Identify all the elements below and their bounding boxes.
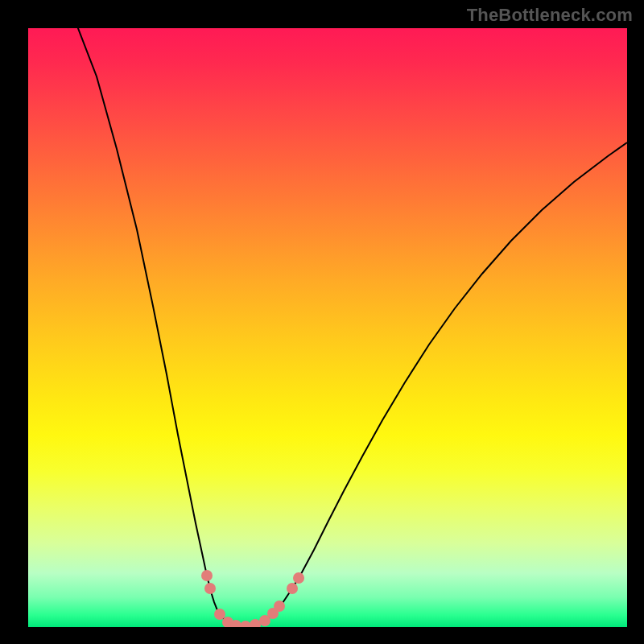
curve-marker <box>204 583 216 594</box>
chart-frame: TheBottleneck.com <box>0 0 644 644</box>
watermark-text: TheBottleneck.com <box>467 5 633 26</box>
bottleneck-curve <box>76 28 627 626</box>
curve-marker <box>274 601 285 612</box>
curve-layer <box>28 28 627 627</box>
curve-marker <box>293 572 304 584</box>
curve-marker <box>214 609 225 620</box>
curve-marker <box>287 583 298 594</box>
curve-marker <box>240 621 251 627</box>
curve-marker <box>201 570 213 581</box>
curve-marker <box>250 619 261 627</box>
plot-area <box>28 28 627 627</box>
marker-group <box>201 570 304 627</box>
